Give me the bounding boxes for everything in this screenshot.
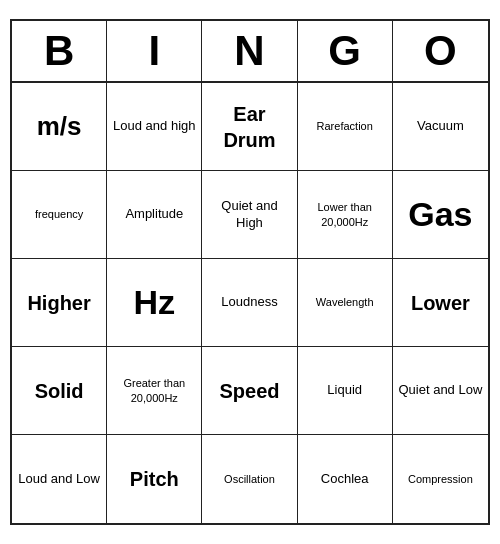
bingo-cell: m/s [12,83,107,171]
bingo-card: BINGO m/sLoud and highEar DrumRarefactio… [10,19,490,525]
bingo-cell: Amplitude [107,171,202,259]
bingo-cell: Ear Drum [202,83,297,171]
bingo-cell: Pitch [107,435,202,523]
bingo-cell: Wavelength [298,259,393,347]
bingo-cell: Quiet and Low [393,347,488,435]
bingo-grid: m/sLoud and highEar DrumRarefactionVacuu… [12,83,488,523]
bingo-cell: frequency [12,171,107,259]
bingo-cell: Rarefaction [298,83,393,171]
header-letter: N [202,21,297,81]
bingo-cell: Compression [393,435,488,523]
bingo-cell: Loud and high [107,83,202,171]
bingo-cell: Solid [12,347,107,435]
bingo-cell: Hz [107,259,202,347]
bingo-cell: Oscillation [202,435,297,523]
header-letter: B [12,21,107,81]
bingo-cell: Lower [393,259,488,347]
bingo-cell: Vacuum [393,83,488,171]
header-letter: I [107,21,202,81]
bingo-cell: Cochlea [298,435,393,523]
header-letter: G [298,21,393,81]
bingo-cell: Greater than 20,000Hz [107,347,202,435]
bingo-cell: Gas [393,171,488,259]
header-letter: O [393,21,488,81]
bingo-cell: Speed [202,347,297,435]
bingo-cell: Liquid [298,347,393,435]
bingo-cell: Loud and Low [12,435,107,523]
bingo-header: BINGO [12,21,488,83]
bingo-cell: Higher [12,259,107,347]
bingo-cell: Lower than 20,000Hz [298,171,393,259]
bingo-cell: Quiet and High [202,171,297,259]
bingo-cell: Loudness [202,259,297,347]
